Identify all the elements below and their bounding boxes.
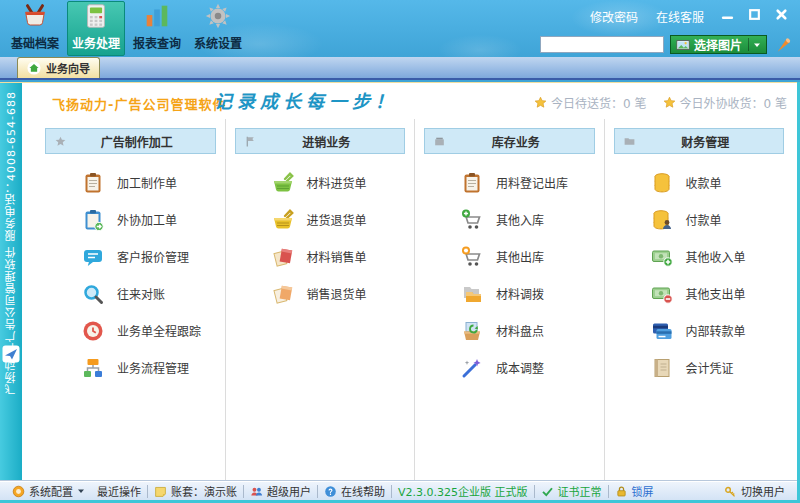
brand-title: 飞扬动力-广告公司管理软件 (52, 94, 226, 113)
stat-text: 今日待送货：0 笔 (551, 94, 646, 111)
cards-icon (650, 319, 674, 343)
menu-item[interactable]: 销售退货单 (235, 275, 406, 312)
menu-item[interactable]: 进货退货单 (235, 201, 406, 238)
menu-item-label: 付款单 (686, 211, 722, 228)
users-icon (250, 485, 263, 498)
column-items: 加工制作单外协加工单客户报价管理往来对账业务单全程跟踪业务流程管理 (45, 164, 216, 386)
column-header: 进销业务 (235, 128, 406, 154)
lock-icon (615, 485, 628, 498)
toolbar-item-3[interactable]: 报表查询 (128, 1, 186, 56)
menu-item-label: 业务单全程跟踪 (117, 322, 201, 339)
menu-item[interactable]: 用料登记出库 (424, 164, 595, 201)
star-icon (54, 135, 67, 148)
column-title: 库存业务 (446, 133, 586, 150)
menu-item[interactable]: 往来对账 (45, 275, 216, 312)
main-toolbar: 基础档案业务处理报表查询系统设置 (6, 1, 247, 56)
column-1: 广告制作加工加工制作单外协加工单客户报价管理往来对账业务单全程跟踪业务流程管理 (36, 119, 226, 481)
app-window: 基础档案业务处理报表查询系统设置 修改密码在线客服 选择图片 业务向导 飞扬动力… (0, 0, 800, 503)
paper-plane-icon (2, 345, 20, 363)
basket-yellow-icon (271, 208, 295, 232)
menu-item-label: 其他收入单 (686, 248, 746, 265)
gear-icon (203, 1, 233, 31)
toolbar-item-4[interactable]: 系统设置 (189, 1, 247, 56)
flag-icon (244, 135, 257, 148)
titlebar-link-1[interactable]: 修改密码 (590, 8, 638, 25)
maximize-button[interactable] (748, 8, 761, 21)
menu-item[interactable]: 外协加工单 (45, 201, 216, 238)
menu-item-label: 进货退货单 (307, 211, 367, 228)
chart-bars-icon (142, 1, 172, 31)
menu-item[interactable]: 材料调拨 (424, 275, 595, 312)
chat-icon (81, 245, 105, 269)
menu-item[interactable]: 成本调整 (424, 349, 595, 386)
menu-item-label: 材料销售单 (307, 248, 367, 265)
main-area: 飞扬动力-广告公司管理软件 服务电话：4008-654-688 飞扬动力-广告公… (0, 82, 797, 481)
close-button[interactable] (775, 8, 788, 21)
menu-item[interactable]: 其他入库 (424, 201, 595, 238)
status-item-4[interactable]: 超级用户 (244, 483, 317, 499)
note-yellow-icon (154, 485, 167, 498)
docs-red-icon (271, 245, 295, 269)
titlebar-links: 修改密码在线客服 (590, 8, 704, 25)
status-item-2[interactable]: 最近操作 (91, 483, 147, 499)
status-item-3[interactable]: 账套：演示账 (148, 483, 243, 499)
image-path-input[interactable] (540, 36, 664, 53)
status-item-label: 证书正常 (558, 483, 602, 499)
clipboard-icon (460, 171, 484, 195)
menu-item-label: 会计凭证 (686, 359, 734, 376)
wand-icon (460, 356, 484, 380)
status-item-8[interactable]: 锁屏 (609, 483, 660, 499)
menu-item[interactable]: 会计凭证 (614, 349, 785, 386)
toolbar-item-2[interactable]: 业务处理 (67, 1, 125, 56)
column-2: 进销业务材料进货单进货退货单材料销售单销售退货单 (226, 119, 416, 481)
choose-image-button[interactable]: 选择图片 (670, 35, 767, 54)
menu-item[interactable]: 内部转款单 (614, 312, 785, 349)
menu-item[interactable]: 其他出库 (424, 238, 595, 275)
slogan: 记录成长每一步！ (214, 87, 398, 113)
coins-icon (650, 171, 674, 195)
content-header: 飞扬动力-广告公司管理软件 记录成长每一步！ 今日待送货：0 笔今日外协收货：0… (22, 83, 797, 119)
menu-item-label: 材料进货单 (307, 174, 367, 191)
clipboard-out-icon (81, 208, 105, 232)
menu-item[interactable]: 其他收入单 (614, 238, 785, 275)
gold-star-icon (663, 96, 676, 109)
menu-item[interactable]: 加工制作单 (45, 164, 216, 201)
box-check-icon (460, 319, 484, 343)
status-item-5[interactable]: 在线帮助 (318, 483, 391, 499)
folders-icon (460, 282, 484, 306)
key-icon (724, 485, 737, 498)
status-item-7[interactable]: 证书正常 (535, 483, 608, 499)
menu-item[interactable]: 业务流程管理 (45, 349, 216, 386)
menu-item[interactable]: 收款单 (614, 164, 785, 201)
brand-sidebar: 飞扬动力-广告公司管理软件 服务电话：4008-654-688 (0, 83, 22, 481)
menu-item[interactable]: 付款单 (614, 201, 785, 238)
minimize-button[interactable] (721, 8, 734, 21)
caret-down-icon[interactable] (753, 41, 761, 49)
menu-item[interactable]: 材料进货单 (235, 164, 406, 201)
choose-image-label: 选择图片 (694, 36, 742, 53)
flowchart-icon (81, 356, 105, 380)
config-icon (12, 485, 25, 498)
tab-business-wizard[interactable]: 业务向导 (17, 57, 100, 78)
column-header: 库存业务 (424, 128, 595, 154)
home-icon (27, 61, 41, 75)
horn-icon[interactable] (773, 35, 792, 54)
menu-item[interactable]: 客户报价管理 (45, 238, 216, 275)
status-bar: 系统配置最近操作账套：演示账超级用户在线帮助V2.3.0.325企业版 正式版证… (0, 481, 797, 500)
menu-item[interactable]: 其他支出单 (614, 275, 785, 312)
toolbar-item-1[interactable]: 基础档案 (6, 1, 64, 56)
status-item-6[interactable]: V2.3.0.325企业版 正式版 (392, 483, 534, 499)
titlebar: 基础档案业务处理报表查询系统设置 修改密码在线客服 选择图片 (0, 0, 800, 57)
menu-item[interactable]: 业务单全程跟踪 (45, 312, 216, 349)
titlebar-link-2[interactable]: 在线客服 (656, 8, 704, 25)
status-item-label: 在线帮助 (341, 483, 385, 499)
menu-item[interactable]: 材料盘点 (424, 312, 595, 349)
status-item-label: 最近操作 (97, 483, 141, 499)
status-item-label: 超级用户 (267, 483, 311, 499)
switch-user-button[interactable]: 切换用户 (718, 483, 791, 499)
menu-item-label: 其他出库 (496, 248, 544, 265)
status-item-1[interactable]: 系统配置 (6, 483, 91, 499)
stat-1: 今日待送货：0 笔 (534, 94, 646, 111)
menu-item-label: 其他入库 (496, 211, 544, 228)
menu-item[interactable]: 材料销售单 (235, 238, 406, 275)
